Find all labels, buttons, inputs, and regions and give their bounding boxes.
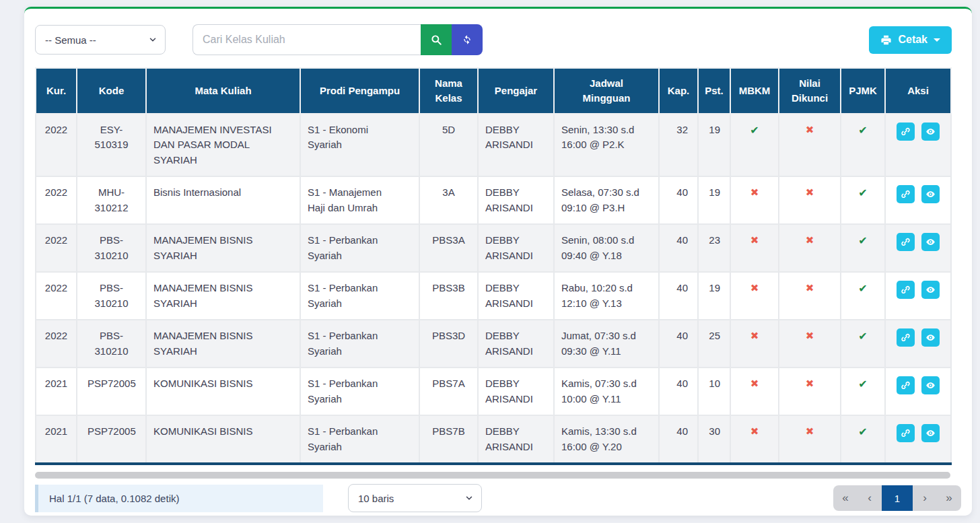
pagination: « ‹ 1 › » [833, 485, 961, 511]
search-input[interactable] [193, 24, 421, 55]
cell-aksi [885, 368, 951, 415]
column-header-kode: Kode [77, 68, 146, 114]
table-row: 2021PSP72005KOMUNIKASI BISNISS1 - Perban… [36, 415, 951, 464]
cell-kapasitas: 40 [659, 272, 698, 320]
table-row: 2022MHU-310212Bisnis InternasionalS1 - M… [36, 176, 951, 224]
pagination-prev-button[interactable]: ‹ [858, 485, 882, 511]
pagination-next-button[interactable]: › [913, 485, 937, 511]
cell-pjmk: ✔ [841, 224, 885, 272]
cell-mata-kuliah: Bisnis Internasional [146, 176, 300, 224]
cell-aksi [885, 114, 951, 177]
page-size-select[interactable]: 10 baris [348, 484, 482, 512]
print-button[interactable]: Cetak [869, 26, 952, 54]
cell-pengajar: DEBBY ARISANDI [478, 224, 554, 272]
cell-nilai-dikunci: ✖ [779, 320, 841, 368]
view-button[interactable] [921, 376, 940, 394]
check-icon: ✔ [858, 378, 867, 390]
cell-mbkm: ✖ [730, 320, 779, 368]
eye-icon [925, 237, 936, 247]
cross-icon: ✖ [806, 425, 814, 438]
check-icon: ✔ [858, 124, 867, 137]
cell-prodi-pengampu: S1 - Manajemen Haji dan Umrah [300, 176, 419, 224]
cell-kode: PBS-310210 [77, 320, 146, 368]
horizontal-scrollbar[interactable] [35, 472, 950, 479]
cell-nama-kelas: PBS3A [419, 224, 478, 272]
cell-aksi [885, 320, 951, 368]
view-button[interactable] [921, 123, 940, 141]
column-header-aksi: Aksi [885, 68, 951, 114]
cell-pengajar: DEBBY ARISANDI [478, 176, 554, 224]
cross-icon: ✖ [750, 186, 759, 199]
cell-kode: PSP72005 [77, 368, 146, 415]
search-button[interactable] [421, 24, 452, 55]
eye-icon [925, 428, 936, 438]
cell-pengajar: DEBBY ARISANDI [478, 368, 554, 415]
table-row: 2022PBS-310210MANAJEMEN BISNIS SYARIAHS1… [36, 224, 951, 272]
cell-kode: PBS-310210 [77, 272, 146, 320]
cell-kode: MHU-310212 [77, 176, 146, 224]
cell-pengajar: DEBBY ARISANDI [478, 415, 554, 464]
link-icon [901, 428, 911, 438]
link-icon [901, 237, 911, 247]
column-header-kur: Kur. [36, 68, 77, 114]
link-button[interactable] [897, 281, 915, 299]
cell-prodi-pengampu: S1 - Perbankan Syariah [300, 320, 419, 368]
check-icon: ✔ [750, 124, 759, 137]
cross-icon: ✖ [806, 330, 814, 342]
cell-nilai-dikunci: ✖ [779, 272, 841, 320]
cross-icon: ✖ [750, 282, 759, 294]
link-button[interactable] [897, 123, 915, 141]
link-icon [901, 189, 911, 199]
cell-mata-kuliah: MANAJEMEN BISNIS SYARIAH [146, 224, 300, 272]
cell-nilai-dikunci: ✖ [779, 176, 841, 224]
cell-aksi [885, 415, 951, 464]
cell-kurikulum: 2022 [36, 320, 77, 368]
cell-nama-kelas: PBS7B [419, 415, 478, 464]
cell-nilai-dikunci: ✖ [779, 114, 841, 177]
eye-icon [925, 285, 936, 295]
refresh-icon [462, 34, 473, 45]
cell-mata-kuliah: MANAJEMEN INVESTASI DAN PASAR MODAL SYAR… [146, 114, 300, 177]
cell-kurikulum: 2022 [36, 114, 77, 177]
filter-select[interactable]: -- Semua -- [35, 25, 166, 55]
table-row: 2022PBS-310210MANAJEMEN BISNIS SYARIAHS1… [36, 272, 951, 320]
cell-kapasitas: 32 [659, 114, 698, 177]
pagination-page-1-button[interactable]: 1 [882, 485, 913, 511]
cross-icon: ✖ [806, 378, 814, 390]
link-button[interactable] [897, 328, 915, 347]
cell-aksi [885, 272, 951, 320]
cross-icon: ✖ [806, 282, 814, 294]
cell-jadwal-mingguan: Selasa, 07:30 s.d 09:10 @ P3.H [554, 176, 659, 224]
link-button[interactable] [897, 185, 915, 203]
link-button[interactable] [897, 233, 915, 251]
view-button[interactable] [921, 328, 940, 347]
link-button[interactable] [897, 376, 915, 394]
cell-mata-kuliah: MANAJEMEN BISNIS SYARIAH [146, 320, 300, 368]
toolbar: -- Semua -- [24, 9, 972, 67]
cell-pjmk: ✔ [841, 415, 885, 464]
course-list-card: -- Semua -- [24, 7, 972, 516]
view-button[interactable] [921, 233, 940, 251]
cell-kapasitas: 40 [659, 320, 698, 368]
cell-nilai-dikunci: ✖ [779, 224, 841, 272]
pagination-first-button[interactable]: « [833, 485, 858, 511]
view-button[interactable] [921, 281, 940, 299]
refresh-button[interactable] [452, 24, 483, 55]
table-row: 2021PSP72005KOMUNIKASI BISNISS1 - Perban… [36, 368, 951, 415]
cell-peserta: 10 [698, 368, 730, 415]
table-row: 2022PBS-310210MANAJEMEN BISNIS SYARIAHS1… [36, 320, 951, 368]
column-header-pengajar: Pengajar [478, 68, 554, 114]
column-header-pst: Pst. [698, 68, 730, 114]
pagination-last-button[interactable]: » [937, 485, 961, 511]
cell-kapasitas: 40 [659, 224, 698, 272]
link-button[interactable] [897, 424, 915, 442]
eye-icon [925, 189, 936, 199]
table-row: 2022ESY-510319MANAJEMEN INVESTASI DAN PA… [36, 114, 951, 177]
cell-kode: PSP72005 [77, 415, 146, 464]
cell-mbkm: ✖ [730, 272, 779, 320]
view-button[interactable] [921, 185, 940, 203]
view-button[interactable] [921, 424, 940, 442]
page-size-select-wrap: 10 baris [348, 484, 482, 512]
eye-icon [925, 127, 936, 137]
cell-pjmk: ✔ [841, 368, 885, 415]
